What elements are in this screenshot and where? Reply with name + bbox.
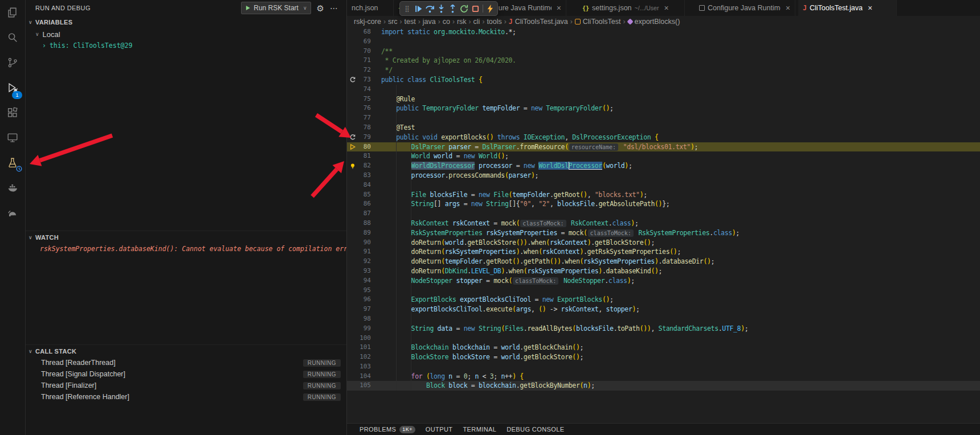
code-line[interactable]: 101 Blockchain blockchain = world.getBlo…	[347, 343, 980, 352]
glyph-margin[interactable]	[347, 113, 358, 123]
line-number[interactable]: 85	[358, 190, 371, 200]
line-number[interactable]: 95	[358, 286, 371, 296]
drag-handle[interactable]: ⣿	[402, 2, 413, 15]
activity-bar-item-docker[interactable]	[0, 177, 25, 202]
code-line[interactable]: 95	[347, 286, 980, 296]
editor-tab[interactable]: JCliToolsTest.java×	[798, 0, 897, 16]
glyph-margin[interactable]	[347, 199, 358, 209]
code-line[interactable]: 87	[347, 209, 980, 219]
code-line[interactable]: 103	[347, 362, 980, 372]
glyph-margin[interactable]	[347, 362, 358, 372]
call-stack-section-header[interactable]: ∨ CALL STACK	[25, 344, 346, 358]
glyph-margin[interactable]	[347, 190, 358, 200]
glyph-margin[interactable]	[347, 85, 358, 95]
debug-current-line-icon[interactable]	[347, 142, 358, 152]
variables-scope-local[interactable]: ∨ Local	[25, 28, 346, 40]
breadcrumb-item[interactable]: tools	[487, 18, 501, 26]
code-line[interactable]: 102 BlockStore blockStore = world.getBlo…	[347, 352, 980, 362]
line-number[interactable]: 103	[358, 362, 371, 372]
step-out-button[interactable]	[447, 2, 458, 15]
glyph-margin[interactable]	[347, 171, 358, 180]
code-line[interactable]: 80 DslParser parser = DslParser.fromReso…	[347, 142, 980, 152]
line-number[interactable]: 72	[358, 65, 371, 75]
code-line[interactable]: 79 public void exportBlocks() throws IOE…	[347, 133, 980, 142]
activity-bar-item-remote-explorer[interactable]	[0, 126, 25, 151]
breadcrumb-item[interactable]: CliToolsTest	[575, 18, 621, 26]
editor-tab[interactable]: Configure Java Runtime×	[695, 0, 795, 16]
line-number[interactable]: 101	[358, 343, 371, 352]
step-into-button[interactable]	[436, 2, 447, 15]
glyph-margin[interactable]	[347, 123, 358, 133]
code-line[interactable]: 105 Block block = blockchain.getBlockByN…	[347, 381, 980, 391]
activity-bar-item-search[interactable]	[0, 26, 25, 51]
tab-close-icon[interactable]: ×	[786, 3, 790, 13]
code-line[interactable]: 94 NodeStopper stopper = mock(classToMoc…	[347, 276, 980, 286]
panel-tab[interactable]: DEBUG CONSOLE	[507, 426, 564, 433]
line-number[interactable]: 75	[358, 95, 371, 104]
activity-bar-item-source-control[interactable]	[0, 51, 25, 76]
line-number[interactable]: 80	[358, 142, 371, 152]
code-line[interactable]: 93 doReturn(DbKind.LEVEL_DB).when(rskSys…	[347, 266, 980, 276]
line-number[interactable]: 79	[358, 133, 371, 142]
more-actions-icon[interactable]: ⋯	[330, 4, 338, 12]
line-number[interactable]: 87	[358, 209, 371, 219]
line-number[interactable]: 100	[358, 334, 371, 343]
breadcrumb-item[interactable]: co	[443, 18, 450, 26]
restart-button[interactable]	[459, 2, 469, 15]
breadcrumb-item[interactable]: exportBlocks()	[628, 18, 680, 26]
editor-tab[interactable]: nch.json	[347, 0, 394, 16]
glyph-margin[interactable]	[347, 295, 358, 305]
code-line[interactable]: 74	[347, 85, 980, 95]
glyph-margin[interactable]	[347, 209, 358, 219]
code-line[interactable]: 96 ExportBlocks exportBlocksCliTool = ne…	[347, 295, 980, 305]
glyph-margin[interactable]	[347, 104, 358, 113]
line-number[interactable]: 89	[358, 228, 371, 238]
glyph-margin[interactable]	[347, 151, 358, 161]
call-stack-thread[interactable]: Thread [Reference Handler]RUNNING	[25, 391, 346, 403]
glyph-margin[interactable]	[347, 247, 358, 257]
code-line[interactable]: 73public class CliToolsTest {	[347, 75, 980, 85]
code-line[interactable]: 91 doReturn(rskSystemProperties).when(rs…	[347, 247, 980, 257]
code-line[interactable]: 92 doReturn(tempFolder.getRoot().getPath…	[347, 257, 980, 266]
glyph-margin[interactable]	[347, 65, 358, 75]
line-number[interactable]: 71	[358, 56, 371, 65]
glyph-margin[interactable]	[347, 238, 358, 248]
line-number[interactable]: 93	[358, 266, 371, 276]
watch-expression-row[interactable]: rskSystemProperties.databaseKind(): Cann…	[25, 243, 346, 255]
glyph-margin[interactable]	[347, 276, 358, 286]
line-number[interactable]: 78	[358, 123, 371, 133]
code-line[interactable]: 75 @Rule	[347, 95, 980, 104]
code-line[interactable]: 81 World world = new World();	[347, 151, 980, 161]
panel-tab[interactable]: TERMINAL	[463, 426, 496, 433]
code-line[interactable]: 84	[347, 180, 980, 190]
glyph-margin[interactable]	[347, 228, 358, 238]
glyph-margin[interactable]	[347, 219, 358, 228]
tab-close-icon[interactable]: ×	[664, 3, 668, 13]
code-line[interactable]: 97 exportBlocksCliTool.execute(args, () …	[347, 305, 980, 314]
line-number[interactable]: 90	[358, 238, 371, 248]
hot-code-replace-button[interactable]	[485, 2, 496, 15]
glyph-margin[interactable]	[347, 314, 358, 324]
code-line[interactable]: 88 RskContext rskContext = mock(classToM…	[347, 219, 980, 228]
line-number[interactable]: 83	[358, 171, 371, 180]
code-line[interactable]: 98	[347, 314, 980, 324]
line-number[interactable]: 68	[358, 27, 371, 37]
line-number[interactable]: 73	[358, 75, 371, 85]
glyph-margin[interactable]	[347, 343, 358, 352]
line-number[interactable]: 97	[358, 305, 371, 314]
code-line[interactable]: 90 doReturn(world.getBlockStore()).when(…	[347, 238, 980, 248]
debug-config-dropdown[interactable]: Run RSK Start ∨	[241, 2, 311, 14]
breadcrumb-item[interactable]: src	[388, 18, 398, 26]
glyph-margin[interactable]	[347, 286, 358, 296]
glyph-margin[interactable]	[347, 352, 358, 362]
glyph-margin[interactable]	[347, 334, 358, 343]
code-line[interactable]: 70/**	[347, 47, 980, 56]
code-line[interactable]: 68import static org.mockito.Mockito.*;	[347, 27, 980, 37]
gear-icon[interactable]: ⚙	[317, 4, 324, 13]
breadcrumb-item[interactable]: java	[423, 18, 436, 26]
breadcrumb-item[interactable]: JCliToolsTest.java	[509, 18, 568, 26]
activity-bar-item-run-and-debug[interactable]: 1	[0, 76, 25, 101]
code-line[interactable]: 99 String data = new String(Files.readAl…	[347, 324, 980, 334]
line-number[interactable]: 84	[358, 180, 371, 190]
glyph-margin[interactable]	[347, 95, 358, 104]
